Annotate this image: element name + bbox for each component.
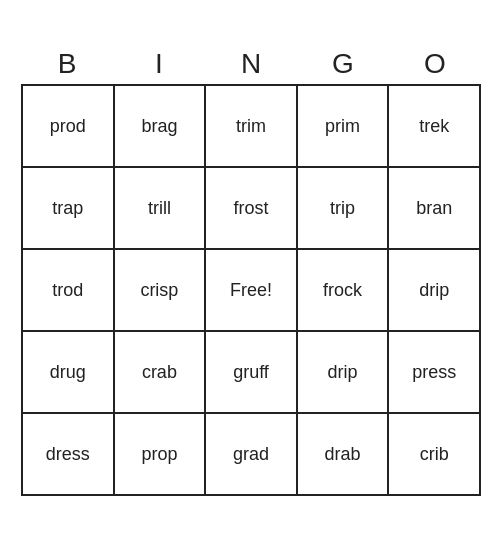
cell-3-2[interactable]: gruff <box>206 332 298 412</box>
cell-2-0[interactable]: trod <box>23 250 115 330</box>
header-n: N <box>205 48 297 80</box>
bingo-row: drug crab gruff drip press <box>23 332 479 414</box>
header-o: O <box>389 48 481 80</box>
cell-2-2-free[interactable]: Free! <box>206 250 298 330</box>
cell-0-1[interactable]: brag <box>115 86 207 166</box>
cell-0-3[interactable]: prim <box>298 86 390 166</box>
cell-0-0[interactable]: prod <box>23 86 115 166</box>
cell-1-0[interactable]: trap <box>23 168 115 248</box>
header-g: G <box>297 48 389 80</box>
cell-4-0[interactable]: dress <box>23 414 115 494</box>
cell-4-2[interactable]: grad <box>206 414 298 494</box>
bingo-container: B I N G O prod brag trim prim trek trap … <box>21 48 481 496</box>
cell-4-3[interactable]: drab <box>298 414 390 494</box>
cell-3-4[interactable]: press <box>389 332 479 412</box>
cell-3-0[interactable]: drug <box>23 332 115 412</box>
bingo-row: trod crisp Free! frock drip <box>23 250 479 332</box>
cell-3-1[interactable]: crab <box>115 332 207 412</box>
cell-2-4[interactable]: drip <box>389 250 479 330</box>
bingo-header: B I N G O <box>21 48 481 80</box>
cell-3-3[interactable]: drip <box>298 332 390 412</box>
cell-0-2[interactable]: trim <box>206 86 298 166</box>
cell-1-2[interactable]: frost <box>206 168 298 248</box>
cell-1-1[interactable]: trill <box>115 168 207 248</box>
header-i: I <box>113 48 205 80</box>
bingo-grid: prod brag trim prim trek trap trill fros… <box>21 84 481 496</box>
cell-4-1[interactable]: prop <box>115 414 207 494</box>
cell-0-4[interactable]: trek <box>389 86 479 166</box>
cell-1-4[interactable]: bran <box>389 168 479 248</box>
bingo-row: prod brag trim prim trek <box>23 86 479 168</box>
header-b: B <box>21 48 113 80</box>
cell-4-4[interactable]: crib <box>389 414 479 494</box>
bingo-row: dress prop grad drab crib <box>23 414 479 494</box>
bingo-row: trap trill frost trip bran <box>23 168 479 250</box>
cell-2-1[interactable]: crisp <box>115 250 207 330</box>
cell-1-3[interactable]: trip <box>298 168 390 248</box>
cell-2-3[interactable]: frock <box>298 250 390 330</box>
